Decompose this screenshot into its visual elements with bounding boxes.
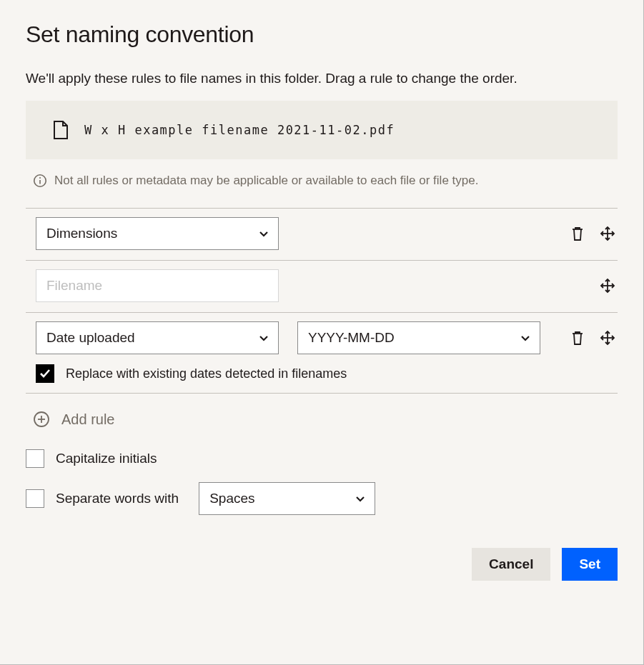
chevron-down-icon — [353, 491, 367, 506]
file-icon — [53, 121, 69, 139]
rule-actions — [569, 329, 618, 346]
rules-list: Dimensions — [26, 208, 618, 394]
chevron-down-icon — [257, 226, 271, 241]
replace-dates-checkbox[interactable] — [36, 364, 54, 383]
delete-rule-button[interactable] — [569, 329, 586, 346]
add-rule-label: Add rule — [61, 411, 115, 428]
set-button[interactable]: Set — [562, 548, 618, 581]
select-value: Date uploaded — [46, 330, 135, 346]
rule-row: Filename — [26, 261, 618, 313]
select-value: YYYY-MM-DD — [308, 330, 395, 346]
add-rule-button[interactable]: Add rule — [33, 411, 618, 428]
info-note-row: Not all rules or metadata may be applica… — [33, 174, 618, 188]
filename-preview-text: W x H example filename 2021-11-02.pdf — [84, 123, 395, 137]
cancel-button[interactable]: Cancel — [472, 548, 550, 581]
rule-actions — [599, 277, 618, 294]
delete-rule-button[interactable] — [569, 225, 586, 242]
info-note-text: Not all rules or metadata may be applica… — [54, 174, 478, 188]
replace-dates-label: Replace with existing dates detected in … — [66, 366, 347, 381]
dialog-subhead: We'll apply these rules to file names in… — [26, 71, 618, 86]
plus-circle-icon — [33, 411, 50, 428]
replace-dates-row: Replace with existing dates detected in … — [36, 364, 618, 383]
capitalize-label: Capitalize initials — [56, 451, 157, 466]
separator-row: Separate words with Spaces — [26, 482, 618, 515]
capitalize-checkbox[interactable] — [26, 449, 44, 468]
separator-checkbox[interactable] — [26, 489, 44, 508]
rules-divider — [26, 393, 618, 394]
rule-actions — [569, 225, 618, 242]
drag-handle-icon[interactable] — [599, 277, 616, 294]
drag-handle-icon[interactable] — [599, 329, 616, 346]
separator-label: Separate words with — [56, 491, 179, 506]
drag-handle-icon[interactable] — [599, 225, 616, 242]
rule-row-top: Filename — [36, 269, 618, 302]
dialog-title: Set naming convention — [26, 21, 618, 48]
dialog-body: Set naming convention We'll apply these … — [0, 0, 643, 601]
separator-select[interactable]: Spaces — [199, 482, 375, 515]
select-value: Spaces — [209, 491, 254, 506]
chevron-down-icon — [257, 331, 271, 345]
rule-row-top: Dimensions — [36, 217, 618, 250]
input-placeholder: Filename — [46, 278, 102, 294]
dialog-footer: Cancel Set — [26, 548, 618, 581]
chevron-down-icon — [518, 331, 532, 345]
date-format-select[interactable]: YYYY-MM-DD — [297, 321, 540, 354]
rule-row: Dimensions — [26, 209, 618, 261]
rule-type-select[interactable]: Dimensions — [36, 217, 279, 250]
rule-type-select[interactable]: Date uploaded — [36, 321, 279, 354]
filename-input[interactable]: Filename — [36, 269, 279, 302]
svg-point-2 — [39, 177, 41, 179]
capitalize-row: Capitalize initials — [26, 449, 618, 468]
select-value: Dimensions — [46, 226, 117, 241]
rule-row-top: Date uploaded YYYY-MM-DD — [36, 321, 618, 354]
rule-row: Date uploaded YYYY-MM-DD — [26, 313, 618, 394]
filename-preview: W x H example filename 2021-11-02.pdf — [26, 101, 618, 159]
info-icon — [33, 174, 47, 188]
